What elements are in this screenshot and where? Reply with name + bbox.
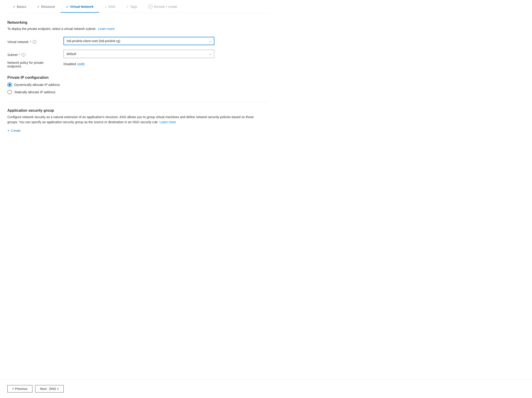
private-ip-title: Private IP configuration xyxy=(7,76,269,80)
subnet-label: Subnet xyxy=(7,53,18,57)
networking-learn-more-link[interactable]: Learn more xyxy=(98,27,115,31)
tab-resource-label: Resource xyxy=(41,5,55,8)
tab-review-create-label: Review + create xyxy=(154,5,177,8)
static-ip-label: Statically allocate IP address xyxy=(14,90,55,94)
tags-check-icon: ✓ xyxy=(126,5,129,8)
networking-desc: To deploy the private endpoint, select a… xyxy=(7,26,269,31)
asg-learn-more-link[interactable]: Learn more xyxy=(160,120,176,124)
subnet-label-cell: Subnet * i xyxy=(7,50,58,58)
main-content: Networking To deploy the private endpoin… xyxy=(7,20,269,149)
tab-tags[interactable]: ✓ Tags xyxy=(121,1,143,13)
virtual-network-info-icon[interactable]: i xyxy=(33,40,36,44)
network-policy-label: Network policy for private endpoints xyxy=(7,60,58,68)
asg-section: Application security group Configure net… xyxy=(7,109,269,133)
virtual-network-required: * xyxy=(30,40,31,44)
tab-virtual-network-label: Virtual Network xyxy=(70,5,93,8)
networking-form: Virtual network * i hdi-privlink-client-… xyxy=(7,37,214,58)
network-policy-row: Network policy for private endpoints Dis… xyxy=(7,60,214,68)
plus-icon: + xyxy=(7,129,9,133)
virtual-network-select[interactable]: hdi-privlink-client-vnet (hdi-privlink-r… xyxy=(63,37,214,45)
basics-check-icon: ✓ xyxy=(13,5,15,8)
tab-dns[interactable]: ✓ DNS xyxy=(99,1,121,13)
virtual-network-label-cell: Virtual network * i xyxy=(7,37,58,45)
subnet-info-icon[interactable]: i xyxy=(22,53,25,57)
subnet-select[interactable]: default ⌄ xyxy=(63,50,214,58)
section-divider xyxy=(7,102,269,102)
ip-radio-group: Dynamically allocate IP address Statical… xyxy=(7,82,269,94)
asg-desc-text: Configure network security as a natural … xyxy=(7,115,254,124)
asg-title: Application security group xyxy=(7,109,269,113)
tab-navigation: ✓ Basics ✓ Resource ✓ Virtual Network ✓ … xyxy=(7,0,269,13)
static-ip-option[interactable]: Statically allocate IP address xyxy=(7,90,269,94)
tab-review-create[interactable]: 6 Review + create xyxy=(143,0,183,13)
dynamic-ip-radio[interactable] xyxy=(7,82,12,87)
tab-dns-label: DNS xyxy=(108,5,115,8)
next-button[interactable]: Next : DNS > xyxy=(35,385,64,392)
tab-virtual-network[interactable]: ✓ Virtual Network xyxy=(61,1,99,13)
subnet-chevron-icon: ⌄ xyxy=(209,52,211,56)
networking-section: Networking To deploy the private endpoin… xyxy=(7,20,269,68)
static-ip-radio[interactable] xyxy=(7,90,12,94)
subnet-value: default xyxy=(66,52,76,56)
virtual-network-check-icon: ✓ xyxy=(66,5,69,8)
previous-button[interactable]: < Previous xyxy=(7,385,32,392)
virtual-network-value: hdi-privlink-client-vnet (hdi-privlink-r… xyxy=(67,39,120,43)
review-create-number-icon: 6 xyxy=(148,4,153,9)
footer: < Previous Next : DNS > xyxy=(0,379,532,398)
network-policy-value-cell: Disabled (edit) xyxy=(63,60,214,68)
network-policy-edit-link[interactable]: (edit) xyxy=(77,62,85,66)
subnet-required: * xyxy=(19,53,20,57)
dynamic-ip-option[interactable]: Dynamically allocate IP address xyxy=(7,82,269,87)
resource-check-icon: ✓ xyxy=(37,5,40,8)
tab-basics-label: Basics xyxy=(17,5,26,8)
tab-tags-label: Tags xyxy=(130,5,137,8)
virtual-network-label: Virtual network xyxy=(7,40,29,44)
asg-create-button[interactable]: + Create xyxy=(7,129,20,133)
virtual-network-chevron-icon: ⌄ xyxy=(209,39,211,43)
dynamic-ip-label: Dynamically allocate IP address xyxy=(14,83,60,87)
private-ip-section: Private IP configuration Dynamically all… xyxy=(7,76,269,94)
asg-create-label: Create xyxy=(11,129,20,132)
networking-title: Networking xyxy=(7,20,269,25)
dns-check-icon: ✓ xyxy=(105,5,107,8)
tab-basics[interactable]: ✓ Basics xyxy=(7,1,32,13)
tab-resource[interactable]: ✓ Resource xyxy=(32,1,61,13)
networking-desc-text: To deploy the private endpoint, select a… xyxy=(7,27,96,31)
network-policy-value: Disabled xyxy=(63,62,76,66)
asg-description: Configure network security as a natural … xyxy=(7,114,260,125)
